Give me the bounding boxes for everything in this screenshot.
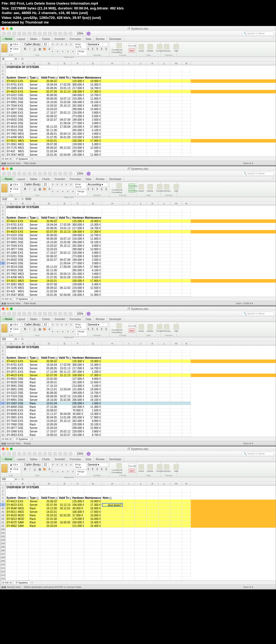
- cell[interactable]: 03.08.05: [40, 226, 58, 230]
- cell[interactable]: [147, 377, 158, 381]
- align-v-btn[interactable]: ≡: [56, 189, 60, 194]
- cell[interactable]: [102, 510, 123, 514]
- cell[interactable]: [71, 573, 84, 577]
- cell[interactable]: 17.300 €: [84, 230, 102, 233]
- fillcolor-btn[interactable]: 🎨: [42, 327, 47, 331]
- cell[interactable]: 15.12.13: [58, 230, 71, 233]
- cell[interactable]: [182, 517, 191, 521]
- cell[interactable]: [170, 121, 182, 125]
- search-input[interactable]: 🔍 Search in Sheet: [242, 32, 274, 36]
- row-head[interactable]: 28: [0, 114, 6, 118]
- cell[interactable]: SAM: [17, 521, 29, 524]
- cell[interactable]: Server: [29, 226, 40, 230]
- cell[interactable]: 297.000 €: [71, 370, 84, 374]
- worksheet[interactable]: 1OVERVIEW OF SYSTEMS23 4System ID▾Owner▾…: [0, 486, 276, 580]
- num-btn[interactable]: $: [95, 467, 99, 472]
- cell[interactable]: [147, 507, 158, 510]
- cell[interactable]: 265.000 €: [71, 269, 84, 272]
- cell[interactable]: 18.10.00: [40, 100, 58, 104]
- cell[interactable]: SY-40586: [6, 405, 17, 409]
- cell[interactable]: DSE: [17, 388, 29, 391]
- cell[interactable]: [182, 251, 191, 255]
- cell[interactable]: 23.01.04: [40, 402, 58, 405]
- row-head[interactable]: 101: [0, 531, 6, 535]
- cell[interactable]: [182, 150, 191, 153]
- cell[interactable]: 10.07.13: [58, 97, 71, 100]
- align-btn[interactable]: ≡: [69, 463, 73, 467]
- col-head-M[interactable]: M: [170, 342, 182, 345]
- table-header[interactable]: Owner▾: [17, 496, 29, 500]
- cell[interactable]: Server: [29, 510, 40, 514]
- tab-formulas[interactable]: Formulas: [67, 457, 83, 462]
- cell[interactable]: [123, 496, 135, 500]
- cell[interactable]: EXS: [17, 223, 29, 226]
- cell[interactable]: 228.000 €: [71, 430, 84, 433]
- cell[interactable]: [58, 489, 71, 493]
- cell[interactable]: [71, 528, 84, 531]
- cell[interactable]: [71, 212, 84, 216]
- cell[interactable]: SY-46230: [6, 90, 17, 93]
- cell[interactable]: [102, 430, 123, 433]
- zoom-level[interactable]: 125%: [75, 312, 85, 316]
- cell[interactable]: [102, 398, 123, 402]
- cell[interactable]: WES: [17, 139, 29, 143]
- cell[interactable]: SY-10688: [6, 251, 17, 255]
- cell[interactable]: 135.000 €: [71, 153, 84, 157]
- cell[interactable]: 25.10.12: [58, 419, 71, 423]
- cell[interactable]: 17.10.07: [40, 251, 58, 255]
- cell[interactable]: Rack: [29, 370, 40, 374]
- cell[interactable]: [6, 535, 17, 538]
- cell[interactable]: [84, 72, 102, 76]
- cell[interactable]: [58, 500, 71, 503]
- num-btn[interactable]: $: [91, 327, 95, 331]
- cell[interactable]: [170, 86, 182, 90]
- cell[interactable]: [135, 118, 147, 121]
- cell[interactable]: [29, 531, 40, 535]
- cell[interactable]: Server: [29, 111, 40, 114]
- cell[interactable]: [158, 531, 170, 535]
- cell[interactable]: [6, 349, 17, 352]
- bold-btn[interactable]: B: [23, 467, 27, 472]
- cell[interactable]: 04.10.00: [40, 521, 58, 524]
- align-v-btn[interactable]: ≡: [50, 189, 55, 194]
- cell[interactable]: [102, 209, 123, 212]
- cell[interactable]: [29, 552, 40, 556]
- cell[interactable]: [40, 212, 58, 216]
- row-head[interactable]: 1: [0, 486, 6, 489]
- cell[interactable]: [6, 542, 17, 545]
- col-head-B[interactable]: B: [17, 342, 29, 345]
- cell[interactable]: [182, 233, 191, 237]
- cell[interactable]: [40, 528, 58, 531]
- row-head[interactable]: 24: [0, 426, 6, 430]
- cell[interactable]: [123, 72, 135, 76]
- cell[interactable]: [17, 209, 29, 212]
- cell[interactable]: [158, 265, 170, 269]
- cell[interactable]: [182, 374, 191, 377]
- cell[interactable]: [182, 212, 191, 216]
- font-name[interactable]: Calibri (Body): [23, 182, 42, 187]
- row-head[interactable]: 4: [0, 356, 6, 360]
- cell[interactable]: [158, 363, 170, 367]
- cell[interactable]: [158, 76, 170, 79]
- cell[interactable]: [158, 146, 170, 150]
- cell[interactable]: 299.000 €: [71, 107, 84, 111]
- cell[interactable]: DSE: [17, 107, 29, 111]
- cell[interactable]: [84, 549, 102, 552]
- cell[interactable]: [135, 538, 147, 542]
- cell[interactable]: WES: [17, 510, 29, 514]
- cell[interactable]: [182, 405, 191, 409]
- cell[interactable]: SY-48624: [6, 524, 17, 528]
- cell[interactable]: [71, 531, 84, 535]
- cell[interactable]: SY-36910: [6, 384, 17, 388]
- cell[interactable]: [123, 374, 135, 377]
- font-size[interactable]: 12: [43, 323, 49, 327]
- cell[interactable]: [135, 500, 147, 503]
- cell[interactable]: [158, 118, 170, 121]
- qt-icon[interactable]: [48, 312, 52, 316]
- cell[interactable]: MOD: [17, 153, 29, 157]
- cell[interactable]: [71, 69, 84, 72]
- cell[interactable]: [123, 423, 135, 426]
- cell[interactable]: 261.000 €: [71, 272, 84, 276]
- cell[interactable]: SY-2061: [6, 283, 17, 286]
- cell[interactable]: Server: [29, 223, 40, 226]
